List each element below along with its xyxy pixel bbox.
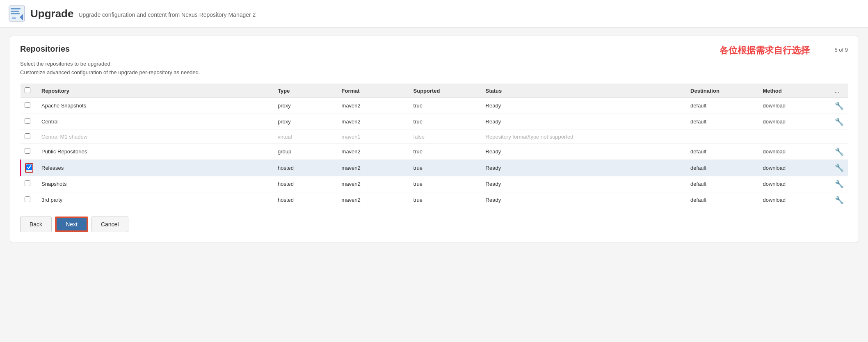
- row-type: hosted: [274, 160, 338, 176]
- row-name: 3rd party: [37, 192, 274, 208]
- table-row: Central M1 shadowvirtualmaven1falseRepos…: [21, 130, 848, 144]
- row-format: maven2: [338, 114, 409, 130]
- cancel-button[interactable]: Cancel: [91, 217, 128, 232]
- row-method: download: [758, 176, 831, 192]
- row-status: Ready: [482, 160, 687, 176]
- row-checkbox-cell: [21, 160, 37, 176]
- repositories-table: Repository Type Format Supported Status …: [20, 84, 848, 208]
- configure-icon[interactable]: 🔧: [835, 163, 844, 172]
- page-subtitle: Upgrade configuration and content from N…: [78, 9, 256, 18]
- row-action-cell: 🔧: [831, 144, 848, 160]
- row-type: proxy: [274, 98, 338, 114]
- row-format: maven2: [338, 98, 409, 114]
- row-status: Repository format/type not supported.: [482, 130, 687, 144]
- row-action-cell: [831, 130, 848, 144]
- configure-icon[interactable]: 🔧: [835, 196, 844, 205]
- row-name: Snapshots: [37, 176, 274, 192]
- row-method: download: [758, 144, 831, 160]
- row-method: download: [758, 98, 831, 114]
- chinese-annotation: 各位根据需求自行选择: [720, 44, 810, 57]
- svg-rect-3: [11, 13, 20, 14]
- row-status: Ready: [482, 144, 687, 160]
- row-format: maven2: [338, 176, 409, 192]
- row-name: Central: [37, 114, 274, 130]
- col-header-method: Method: [758, 84, 831, 98]
- row-checkbox-cell: [21, 98, 37, 114]
- next-button[interactable]: Next: [56, 217, 87, 231]
- svg-rect-1: [11, 8, 21, 9]
- col-header-type: Type: [274, 84, 338, 98]
- row-destination: [686, 130, 758, 144]
- select-all-checkbox[interactable]: [25, 87, 30, 93]
- row-type: hosted: [274, 176, 338, 192]
- row-type: hosted: [274, 192, 338, 208]
- row-checkbox-cell: [21, 144, 37, 160]
- row-supported: true: [409, 114, 482, 130]
- row-action-cell: 🔧: [831, 114, 848, 130]
- row-destination: default: [686, 160, 758, 176]
- row-supported: true: [409, 192, 482, 208]
- col-header-status: Status: [482, 84, 687, 98]
- repositories-panel: Repositories 各位根据需求自行选择 5 of 9 Select th…: [10, 36, 858, 242]
- row-type: proxy: [274, 114, 338, 130]
- table-row: Apache Snapshotsproxymaven2trueReadydefa…: [21, 98, 848, 114]
- col-header-supported: Supported: [409, 84, 482, 98]
- row-supported: true: [409, 98, 482, 114]
- row-checkbox-cell: [21, 114, 37, 130]
- row-status: Ready: [482, 192, 687, 208]
- configure-icon[interactable]: 🔧: [835, 101, 844, 110]
- row-supported: true: [409, 144, 482, 160]
- button-row: Back Next Cancel: [20, 217, 848, 232]
- row-name: Public Repositories: [37, 144, 274, 160]
- upgrade-icon: [8, 5, 25, 22]
- row-type: group: [274, 144, 338, 160]
- row-checkbox-cell: [21, 192, 37, 208]
- row-checkbox-public-repositories[interactable]: [25, 148, 30, 154]
- row-method: download: [758, 160, 831, 176]
- row-checkbox-cell: [21, 176, 37, 192]
- table-row: Centralproxymaven2trueReadydefaultdownlo…: [21, 114, 848, 130]
- row-status: Ready: [482, 114, 687, 130]
- configure-icon[interactable]: 🔧: [835, 147, 844, 156]
- row-destination: default: [686, 114, 758, 130]
- row-destination: default: [686, 176, 758, 192]
- row-destination: default: [686, 98, 758, 114]
- row-checkbox-snapshots[interactable]: [25, 180, 30, 186]
- row-destination: default: [686, 192, 758, 208]
- row-method: [758, 130, 831, 144]
- table-row: Snapshotshostedmaven2trueReadydefaultdow…: [21, 176, 848, 192]
- col-header-action: ...: [831, 84, 848, 98]
- row-name: Apache Snapshots: [37, 98, 274, 114]
- row-checkbox-releases[interactable]: [26, 164, 32, 170]
- main-content: Repositories 各位根据需求自行选择 5 of 9 Select th…: [0, 27, 868, 251]
- next-button-wrap: Next: [55, 217, 88, 232]
- col-header-select: [21, 84, 37, 98]
- panel-count: 5 of 9: [834, 44, 848, 53]
- row-checkbox-cell: [21, 130, 37, 144]
- table-row: Public Repositoriesgroupmaven2trueReadyd…: [21, 144, 848, 160]
- row-format: maven2: [338, 144, 409, 160]
- col-header-destination: Destination: [686, 84, 758, 98]
- panel-inner: Repositories 各位根据需求自行选择 5 of 9 Select th…: [20, 44, 848, 232]
- row-destination: default: [686, 144, 758, 160]
- row-status: Ready: [482, 98, 687, 114]
- row-checkbox-central[interactable]: [25, 118, 30, 124]
- row-status: Ready: [482, 176, 687, 192]
- row-checkbox-3rd-party[interactable]: [25, 196, 30, 202]
- page-header: Upgrade Upgrade configuration and conten…: [0, 0, 868, 27]
- row-checkbox-apache-snapshots[interactable]: [25, 102, 30, 108]
- row-action-cell: 🔧: [831, 192, 848, 208]
- row-format: maven1: [338, 130, 409, 144]
- row-supported: true: [409, 160, 482, 176]
- back-button[interactable]: Back: [20, 217, 52, 232]
- table-row: 3rd partyhostedmaven2trueReadydefaultdow…: [21, 192, 848, 208]
- col-header-format: Format: [338, 84, 409, 98]
- configure-icon[interactable]: 🔧: [835, 180, 844, 189]
- svg-rect-2: [11, 11, 19, 12]
- row-action-cell: 🔧: [831, 176, 848, 192]
- row-type: virtual: [274, 130, 338, 144]
- row-name: Releases: [37, 160, 274, 176]
- row-checkbox-central-m1-shadow[interactable]: [25, 133, 30, 139]
- row-method: download: [758, 192, 831, 208]
- configure-icon[interactable]: 🔧: [835, 117, 844, 126]
